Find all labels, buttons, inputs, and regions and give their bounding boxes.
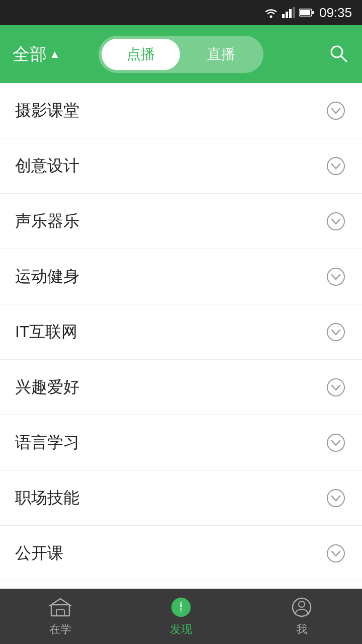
- list-item-design[interactable]: 创意设计: [0, 138, 362, 194]
- nav-item-discover[interactable]: 发现: [121, 589, 241, 644]
- svg-point-16: [327, 434, 344, 451]
- svg-rect-3: [289, 9, 292, 18]
- chevron-down-icon: [325, 542, 347, 565]
- building-icon: [49, 596, 72, 619]
- svg-point-11: [327, 157, 344, 175]
- person-icon: [290, 596, 313, 619]
- nav-label-learning: 在学: [49, 622, 71, 637]
- bottom-navigation: 在学 发现 我: [0, 589, 362, 644]
- list-item-label: 公开课: [15, 542, 63, 565]
- list-item-label: 兴趣爱好: [15, 376, 79, 398]
- svg-point-17: [327, 490, 344, 507]
- chevron-down-icon: [325, 155, 347, 177]
- list-item-opencourse[interactable]: 公开课: [0, 526, 362, 581]
- chevron-down-icon: [325, 321, 347, 343]
- battery-icon: [299, 8, 314, 17]
- compass-icon: [169, 596, 193, 619]
- app-header: 全部 ▲ 点播 直播: [0, 25, 362, 83]
- list-item-label: IT互联网: [15, 321, 77, 343]
- list-item-label: 摄影课堂: [15, 100, 79, 122]
- svg-rect-20: [56, 610, 64, 616]
- chevron-down-icon: [325, 487, 347, 509]
- list-item-sports[interactable]: 运动健身: [0, 249, 362, 304]
- svg-rect-4: [293, 7, 295, 18]
- svg-point-10: [327, 102, 344, 119]
- list-item-hobbies[interactable]: 兴趣爱好: [0, 360, 362, 415]
- status-icons: [264, 7, 314, 18]
- category-list: 摄影课堂 创意设计 声乐器乐 运动健身 IT互联网: [0, 83, 362, 589]
- nav-label-discover: 发现: [170, 622, 192, 637]
- svg-point-15: [327, 379, 344, 396]
- status-bar: 09:35: [0, 0, 362, 25]
- svg-line-9: [341, 56, 346, 61]
- tab-toggle-group: 点播 直播: [99, 36, 263, 73]
- category-dropdown[interactable]: 全部 ▲: [13, 43, 60, 66]
- list-item-language[interactable]: 语言学习: [0, 415, 362, 470]
- chevron-down-icon: [325, 100, 347, 122]
- status-time: 09:35: [319, 5, 352, 21]
- list-item-career[interactable]: 职场技能: [0, 470, 362, 526]
- chevron-down-icon: [325, 432, 347, 454]
- svg-rect-7: [300, 10, 310, 15]
- chevron-down-icon: [325, 266, 347, 288]
- dropdown-arrow: ▲: [49, 48, 60, 61]
- signal-icon: [282, 7, 295, 18]
- nav-label-me: 我: [296, 622, 307, 637]
- tab-live[interactable]: 直播: [182, 39, 260, 70]
- tab-vod[interactable]: 点播: [102, 39, 180, 70]
- svg-point-0: [269, 16, 272, 18]
- svg-rect-6: [312, 11, 314, 14]
- list-item-label: 创意设计: [15, 155, 79, 177]
- list-item-label: 声乐器乐: [15, 210, 79, 232]
- svg-point-24: [299, 601, 305, 607]
- svg-point-13: [327, 268, 344, 285]
- svg-point-14: [327, 324, 344, 341]
- svg-rect-2: [286, 12, 288, 18]
- list-item-label: 语言学习: [15, 432, 79, 454]
- search-icon: [327, 42, 349, 64]
- chevron-down-icon: [325, 376, 347, 398]
- chevron-down-icon: [325, 210, 347, 232]
- list-item-it[interactable]: IT互联网: [0, 304, 362, 360]
- nav-item-learning[interactable]: 在学: [0, 589, 121, 644]
- list-item-label: 运动健身: [15, 266, 79, 288]
- svg-rect-1: [282, 14, 285, 18]
- svg-point-12: [327, 213, 344, 230]
- nav-item-me[interactable]: 我: [241, 589, 362, 644]
- svg-point-18: [327, 545, 344, 562]
- all-label: 全部: [13, 43, 47, 66]
- list-item-label: 职场技能: [15, 487, 79, 509]
- list-item-photography[interactable]: 摄影课堂: [0, 83, 362, 138]
- wifi-icon: [264, 7, 278, 18]
- search-button[interactable]: [327, 42, 349, 66]
- list-item-music[interactable]: 声乐器乐: [0, 194, 362, 249]
